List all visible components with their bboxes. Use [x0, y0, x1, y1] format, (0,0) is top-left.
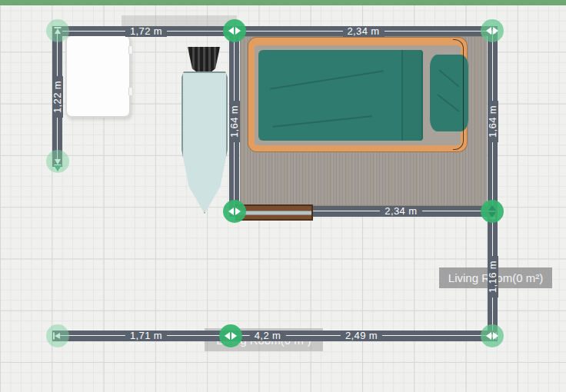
bed-duvet-fold [401, 50, 423, 141]
extend-down-icon [54, 165, 62, 171]
resize-left-icon [228, 208, 234, 215]
dimension-label[interactable]: 1,64 m [488, 101, 498, 142]
resize-left-icon [486, 27, 491, 35]
wall-right-lower[interactable]: 1,16 m [488, 211, 498, 341]
wall-top-right[interactable]: 2,34 m [229, 26, 498, 36]
wall-right-upper[interactable]: 1,64 m [488, 26, 498, 217]
dimension-label[interactable]: 2,34 m [380, 206, 421, 217]
duvet-crease [270, 70, 384, 89]
junction-handle-bedroom-bl[interactable] [223, 200, 246, 223]
resize-right-icon [235, 208, 241, 215]
junction-handle-right-mid[interactable] [481, 200, 504, 223]
single-bed[interactable] [248, 37, 468, 152]
wall-bedroom-left[interactable]: 1,64 m [229, 26, 239, 217]
dimension-label[interactable]: 2,49 m [341, 331, 382, 341]
ironing-board[interactable] [181, 71, 228, 214]
resize-left-icon [486, 332, 491, 340]
resize-up-icon [488, 205, 496, 211]
resize-left-icon [228, 27, 234, 35]
junction-handle-bottom-mid[interactable] [219, 324, 242, 347]
wall-left[interactable]: 1,22 m [52, 26, 62, 167]
corner-handle-bottom-left[interactable] [46, 324, 69, 347]
resize-down-icon [488, 212, 496, 218]
junction-handle-top-mid[interactable] [223, 19, 246, 42]
dimension-label[interactable]: 1,22 m [52, 75, 63, 117]
floorplan-canvas[interactable]: Living Room(0 m²) Living Room(0 m²) 1,72… [0, 0, 566, 392]
bed-headboard [453, 39, 464, 150]
cabinet-hinge [128, 87, 133, 96]
dimension-label[interactable]: 1,16 m [488, 255, 498, 297]
door-glass-stripe [237, 211, 311, 214]
door[interactable] [235, 204, 313, 221]
resize-right-icon [231, 332, 237, 340]
cabinet-hinge [128, 45, 133, 55]
corner-handle-top-left[interactable] [46, 19, 69, 42]
wall-top-left[interactable]: 1,72 m [52, 26, 240, 36]
dimension-label[interactable]: 1,72 m [125, 26, 167, 37]
iron[interactable] [187, 47, 221, 72]
corner-handle-top-right[interactable] [481, 19, 504, 42]
dimension-label[interactable]: 1,64 m [229, 101, 240, 142]
bed-duvet [258, 50, 401, 141]
duvet-crease [272, 115, 371, 128]
resize-right-icon [235, 27, 241, 35]
wall-bottom[interactable]: 1,71 m 4,2 m 2,49 m [52, 331, 498, 341]
resize-left-icon [225, 332, 230, 340]
top-accent-bar [0, 0, 566, 5]
cabinet[interactable] [65, 35, 131, 118]
endpoint-handle-left[interactable] [46, 150, 69, 173]
corner-handle-bottom-right[interactable] [481, 324, 504, 347]
resize-right-icon [493, 27, 498, 35]
dimension-label[interactable]: 4,2 m [250, 331, 286, 341]
dimension-label[interactable]: 1,71 m [125, 331, 167, 341]
resize-right-icon [493, 332, 498, 340]
dimension-label[interactable]: 2,34 m [342, 26, 384, 37]
